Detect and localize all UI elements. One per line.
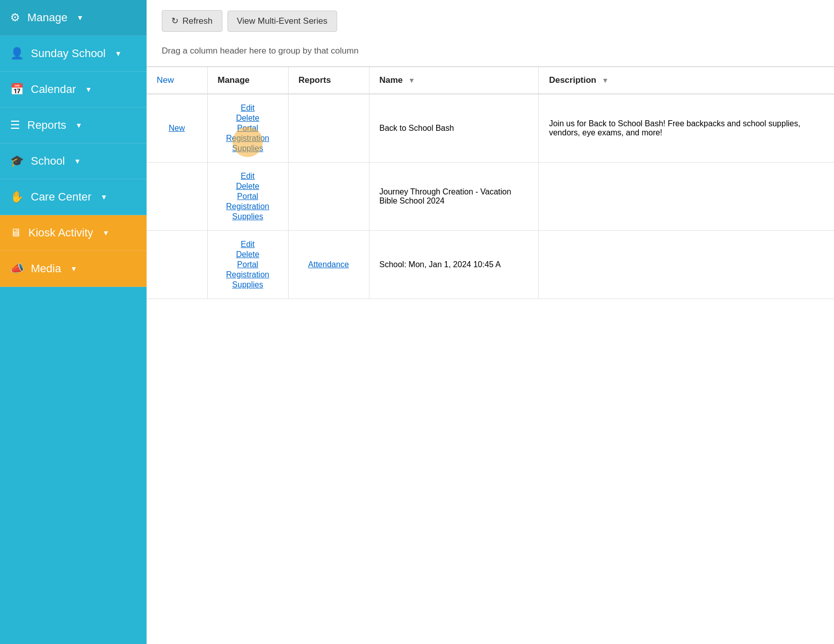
table-row: Edit Delete Portal Registration Supplies…: [147, 231, 834, 299]
row1-registration-link[interactable]: Registration: [226, 134, 269, 143]
table-header-row: New Manage Reports Name ▼ Description ▼: [147, 67, 834, 94]
row1-supplies-link[interactable]: Supplies: [232, 144, 263, 153]
row2-reports-cell: [288, 163, 369, 231]
sidebar-item-reports-label: Reports: [27, 119, 66, 132]
chevron-down-icon: ▼: [115, 49, 122, 58]
toolbar: ↻ Refresh View Multi-Event Series: [147, 0, 834, 37]
col-header-name: Name ▼: [369, 67, 539, 94]
row2-manage-cell: Edit Delete Portal Registration Supplies: [207, 163, 288, 231]
table-row: Edit Delete Portal Registration Supplies…: [147, 163, 834, 231]
row1-manage-links: Edit Delete Portal Registration Supplies: [218, 104, 278, 153]
chevron-down-icon: ▼: [102, 229, 109, 237]
chevron-down-icon: ▼: [85, 85, 92, 93]
row2-supplies-link[interactable]: Supplies: [232, 212, 263, 221]
row1-portal-link[interactable]: Portal: [237, 124, 258, 133]
row1-manage-cell: Edit Delete Portal Registration Supplies: [207, 94, 288, 163]
sidebar-item-calendar[interactable]: 📅 Calendar ▼: [0, 72, 147, 108]
row1-new-cell: New: [147, 94, 207, 163]
row3-manage-cell: Edit Delete Portal Registration Supplies: [207, 231, 288, 299]
person-icon: 👤: [10, 47, 24, 60]
col-header-new: New: [147, 67, 207, 94]
row3-reports-cell: Attendance: [288, 231, 369, 299]
sidebar-item-manage-label: Manage: [27, 11, 68, 24]
row3-registration-link[interactable]: Registration: [226, 270, 269, 279]
sidebar-item-calendar-label: Calendar: [31, 83, 76, 96]
chevron-down-icon: ▼: [75, 121, 82, 129]
sidebar-item-sunday-school[interactable]: 👤 Sunday School ▼: [0, 36, 147, 72]
row3-attendance-link[interactable]: Attendance: [308, 260, 349, 269]
row3-description-cell: [539, 231, 834, 299]
row3-delete-link[interactable]: Delete: [236, 250, 259, 259]
sidebar-item-media-label: Media: [31, 262, 61, 275]
list-icon: ☰: [10, 119, 20, 132]
row2-manage-links: Edit Delete Portal Registration Supplies: [218, 172, 278, 221]
row2-edit-link[interactable]: Edit: [241, 172, 255, 181]
refresh-button[interactable]: ↻ Refresh: [162, 10, 222, 32]
graduation-icon: 🎓: [10, 155, 24, 168]
megaphone-icon: 📣: [10, 262, 24, 275]
view-multi-event-label: View Multi-Event Series: [237, 16, 328, 26]
kiosk-icon: 🖥: [10, 226, 21, 239]
sidebar-item-manage[interactable]: ⚙ Manage ▼: [0, 0, 147, 36]
calendar-icon: 📅: [10, 83, 24, 96]
row2-name-cell: Journey Through Creation - Vacation Bibl…: [369, 163, 539, 231]
sidebar-item-kiosk-activity-label: Kiosk Activity: [28, 226, 93, 239]
sidebar-item-school[interactable]: 🎓 School ▼: [0, 143, 147, 179]
hand-icon: ✋: [10, 190, 24, 204]
row1-reports-cell: [288, 94, 369, 163]
row1-description-cell: Join us for Back to School Bash! Free ba…: [539, 94, 834, 163]
sidebar-item-kiosk-activity[interactable]: 🖥 Kiosk Activity ▼: [0, 215, 147, 251]
events-table: New Manage Reports Name ▼ Description ▼: [147, 66, 834, 299]
row3-portal-link[interactable]: Portal: [237, 260, 258, 269]
gear-icon: ⚙: [10, 11, 20, 24]
sidebar-item-reports[interactable]: ☰ Reports ▼: [0, 108, 147, 143]
row2-delete-link[interactable]: Delete: [236, 182, 259, 191]
sidebar-item-care-center[interactable]: ✋ Care Center ▼: [0, 179, 147, 215]
row3-edit-link[interactable]: Edit: [241, 240, 255, 249]
sidebar-item-media[interactable]: 📣 Media ▼: [0, 251, 147, 287]
refresh-icon: ↻: [171, 16, 178, 26]
col-header-description: Description ▼: [539, 67, 834, 94]
sidebar-item-care-center-label: Care Center: [31, 190, 91, 204]
name-filter-icon[interactable]: ▼: [408, 76, 415, 84]
view-multi-event-button[interactable]: View Multi-Event Series: [227, 11, 337, 32]
col-header-reports: Reports: [288, 67, 369, 94]
row2-new-cell: [147, 163, 207, 231]
sidebar-item-sunday-school-label: Sunday School: [31, 47, 106, 60]
col-header-manage: Manage: [207, 67, 288, 94]
sidebar: ⚙ Manage ▼ 👤 Sunday School ▼ 📅 Calendar …: [0, 0, 147, 644]
row2-portal-link[interactable]: Portal: [237, 192, 258, 201]
row3-supplies-link[interactable]: Supplies: [232, 280, 263, 289]
row2-registration-link[interactable]: Registration: [226, 202, 269, 211]
row3-manage-links: Edit Delete Portal Registration Supplies: [218, 240, 278, 289]
row3-new-cell: [147, 231, 207, 299]
refresh-label: Refresh: [182, 16, 213, 26]
table-row: New Edit Delete Portal Registration Supp…: [147, 94, 834, 163]
chevron-down-icon: ▼: [70, 265, 77, 273]
row1-delete-link[interactable]: Delete: [236, 114, 259, 123]
chevron-down-icon: ▼: [74, 157, 81, 165]
row2-description-cell: [539, 163, 834, 231]
description-filter-icon[interactable]: ▼: [601, 76, 609, 84]
row1-new-link[interactable]: New: [169, 124, 185, 132]
row1-name-cell: Back to School Bash: [369, 94, 539, 163]
main-content: ↻ Refresh View Multi-Event Series Drag a…: [147, 0, 834, 644]
chevron-down-icon: ▼: [77, 14, 84, 22]
drag-hint: Drag a column header here to group by th…: [147, 37, 834, 61]
row3-name-cell: School: Mon, Jan 1, 2024 10:45 A: [369, 231, 539, 299]
row1-edit-link[interactable]: Edit: [241, 104, 255, 113]
chevron-down-icon: ▼: [101, 193, 108, 201]
sidebar-item-school-label: School: [31, 155, 65, 168]
